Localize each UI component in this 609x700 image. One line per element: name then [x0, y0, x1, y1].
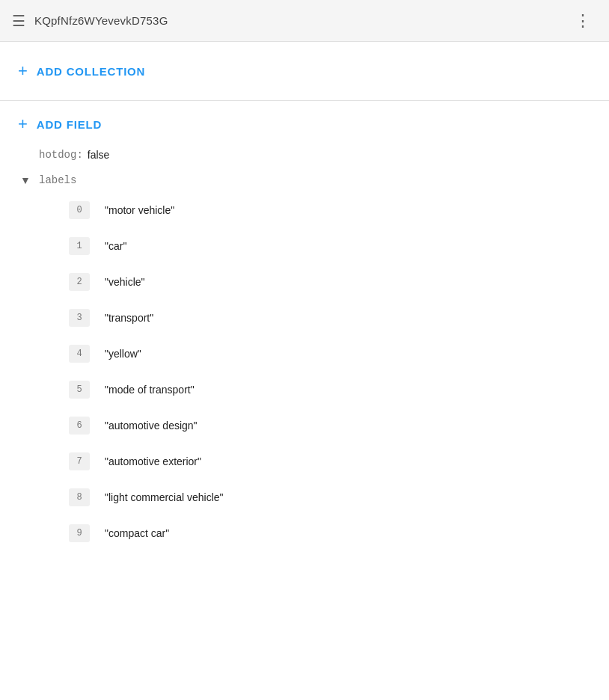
labels-key: labels [39, 174, 76, 186]
header-bar: ☰ KQpfNfz6WYevevkD753G ⋮ [0, 0, 609, 42]
array-index: 1 [69, 237, 90, 255]
array-value: "motor vehicle" [105, 204, 174, 216]
array-value: "mode of transport" [105, 384, 195, 396]
labels-array: 0"motor vehicle"1"car"2"vehicle"3"transp… [18, 192, 591, 551]
header-left: ☰ KQpfNfz6WYevevkD753G [12, 12, 168, 30]
array-value: "vehicle" [105, 276, 145, 288]
list-item: 4"yellow" [69, 336, 591, 372]
array-value: "car" [105, 240, 126, 252]
array-value: "light commercial vehicle" [105, 491, 224, 503]
add-field-label: ADD FIELD [37, 118, 102, 131]
hotdog-value: false [88, 149, 110, 161]
hotdog-key: hotdog [39, 149, 76, 161]
array-index: 3 [69, 309, 90, 327]
list-item: 3"transport" [69, 300, 591, 336]
more-options-icon[interactable]: ⋮ [569, 5, 597, 37]
list-item: 0"motor vehicle" [69, 192, 591, 228]
array-value: "yellow" [105, 348, 141, 360]
fields-container: hotdog : false ▼ labels 0"motor vehicle"… [0, 141, 609, 569]
add-collection-button[interactable]: + ADD COLLECTION [0, 42, 609, 101]
labels-row[interactable]: ▼ labels [18, 168, 591, 192]
array-value: "transport" [105, 312, 153, 324]
array-index: 4 [69, 345, 90, 363]
array-index: 5 [69, 381, 90, 399]
header-title: KQpfNfz6WYevevkD753G [34, 14, 168, 27]
hotdog-colon: : [76, 149, 82, 161]
hotdog-field: hotdog : false [18, 141, 591, 168]
array-index: 9 [69, 524, 90, 542]
array-index: 0 [69, 201, 90, 219]
array-value: "automotive design" [105, 420, 198, 432]
array-index: 6 [69, 417, 90, 435]
array-index: 7 [69, 452, 90, 470]
list-item: 6"automotive design" [69, 408, 591, 443]
array-value: "automotive exterior" [105, 455, 201, 467]
plus-icon: + [18, 63, 28, 79]
list-item: 5"mode of transport" [69, 372, 591, 408]
list-item: 1"car" [69, 228, 591, 264]
list-item: 8"light commercial vehicle" [69, 479, 591, 515]
array-index: 8 [69, 488, 90, 506]
list-item: 2"vehicle" [69, 264, 591, 300]
chevron-down-icon: ▼ [18, 174, 33, 186]
array-index: 2 [69, 273, 90, 291]
add-collection-label: ADD COLLECTION [37, 65, 145, 78]
array-value: "compact car" [105, 527, 169, 539]
add-field-button[interactable]: + ADD FIELD [0, 101, 609, 141]
document-icon: ☰ [12, 12, 25, 30]
plus-icon: + [18, 116, 28, 132]
list-item: 7"automotive exterior" [69, 443, 591, 479]
list-item: 9"compact car" [69, 515, 591, 551]
